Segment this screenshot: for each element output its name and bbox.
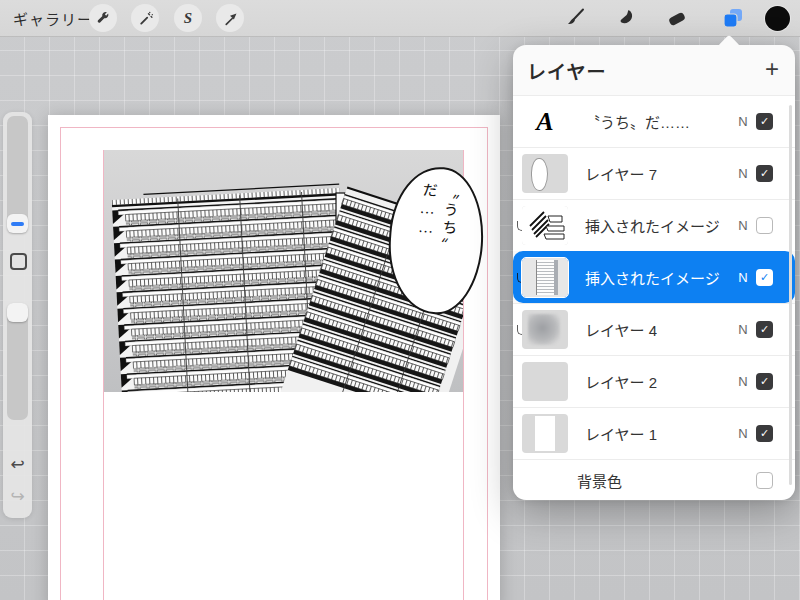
brush-size-handle[interactable]: [7, 214, 28, 233]
visibility-checkbox[interactable]: ✓: [756, 472, 773, 489]
layer-name: レイヤー 4: [585, 319, 657, 340]
layer-thumbnail: [522, 154, 568, 193]
opacity-slider[interactable]: [7, 303, 28, 420]
top-toolbar: ギャラリー S: [0, 0, 800, 37]
wrench-icon: [95, 10, 112, 27]
layer-name: レイヤー 2: [585, 371, 657, 392]
layer-row-1[interactable]: レイヤー 1 N ✓: [513, 407, 795, 459]
layer-row-7[interactable]: レイヤー 7 N ✓: [513, 147, 795, 199]
paint-brush-icon: [564, 7, 586, 29]
blend-mode-button[interactable]: N: [735, 270, 751, 285]
color-swatch-button[interactable]: [763, 4, 791, 32]
layers-panel: レイヤー + A 〝うち〟だ…… N ✓ レイヤー 7 N ✓: [513, 45, 795, 498]
blend-mode-button[interactable]: N: [735, 322, 751, 337]
layer-thumbnail: [522, 258, 568, 297]
eraser-tool-button[interactable]: [663, 4, 691, 32]
background-color-label: 背景色: [577, 470, 622, 491]
visibility-checkbox[interactable]: ✓: [756, 321, 773, 338]
layer-name: 〝うち〟だ……: [585, 111, 690, 132]
panel-scrollbar[interactable]: [789, 105, 792, 485]
canvas-page[interactable]: 〝うち〟 だ……: [48, 115, 500, 600]
brush-size-slider[interactable]: [7, 116, 28, 233]
layer-row-4[interactable]: レイヤー 4 N ✓: [513, 303, 795, 355]
layer-name: 挿入されたイメージ: [585, 267, 720, 288]
layer-thumbnail: [522, 362, 568, 401]
opacity-handle[interactable]: [7, 303, 28, 322]
layers-icon: [721, 6, 745, 30]
blend-mode-button[interactable]: N: [735, 426, 751, 441]
layer-thumbnail: A: [522, 102, 568, 141]
eraser-icon: [666, 7, 688, 29]
background-color-row[interactable]: 背景色 ✓: [513, 459, 795, 500]
size-handle-mark: [11, 222, 24, 226]
layer-row-2[interactable]: レイヤー 2 N ✓: [513, 355, 795, 407]
selection-s-icon: S: [184, 10, 192, 27]
blend-mode-button[interactable]: N: [735, 166, 751, 181]
visibility-checkbox[interactable]: ✓: [756, 373, 773, 390]
brush-sidebar: ↩ ↪: [3, 112, 32, 518]
layer-name: レイヤー 7: [585, 163, 657, 184]
visibility-checkbox[interactable]: ✓: [756, 217, 773, 234]
layer-thumbnail: [522, 414, 568, 453]
visibility-checkbox[interactable]: ✓: [756, 113, 773, 130]
layer-thumbnail: [522, 206, 568, 245]
blend-mode-button[interactable]: N: [735, 374, 751, 389]
selection-button[interactable]: S: [174, 4, 202, 32]
undo-button[interactable]: ↩: [3, 456, 32, 473]
adjustments-button[interactable]: [131, 4, 159, 32]
layers-header: レイヤー +: [513, 45, 795, 95]
visibility-checkbox[interactable]: ✓: [756, 269, 773, 286]
add-layer-button[interactable]: +: [765, 57, 779, 81]
layer-row-inserted-image-hidden[interactable]: 挿入されたイメージ N ✓: [513, 199, 795, 251]
visibility-checkbox[interactable]: ✓: [756, 425, 773, 442]
layers-title: レイヤー: [527, 57, 606, 84]
actions-wrench-button[interactable]: [89, 4, 117, 32]
visibility-checkbox[interactable]: ✓: [756, 165, 773, 182]
layers-panel-button[interactable]: [719, 4, 747, 32]
current-color-black: [765, 6, 790, 31]
speech-bubble-text: 〝うち〟 だ……: [413, 182, 463, 257]
blend-mode-button[interactable]: N: [735, 114, 751, 129]
layer-thumbnail: [522, 310, 568, 349]
transform-arrow-icon: [222, 10, 239, 27]
modify-button[interactable]: [10, 253, 27, 270]
redo-button[interactable]: ↪: [3, 488, 32, 505]
smudge-tool-button[interactable]: [611, 4, 639, 32]
layer-list: A 〝うち〟だ…… N ✓ レイヤー 7 N ✓ 挿入されたイメージ N ✓: [513, 95, 795, 500]
gallery-button[interactable]: ギャラリー: [13, 8, 93, 29]
blend-mode-button[interactable]: N: [735, 218, 751, 233]
transform-button[interactable]: [216, 4, 244, 32]
layer-row-inserted-image-selected[interactable]: 挿入されたイメージ N ✓: [513, 251, 795, 303]
magic-wand-icon: [137, 10, 154, 27]
layer-name: レイヤー 1: [585, 423, 657, 444]
layer-name: 挿入されたイメージ: [585, 215, 720, 236]
layer-row-text[interactable]: A 〝うち〟だ…… N ✓: [513, 95, 795, 147]
brush-tool-button[interactable]: [561, 4, 589, 32]
smudge-finger-icon: [614, 7, 636, 29]
